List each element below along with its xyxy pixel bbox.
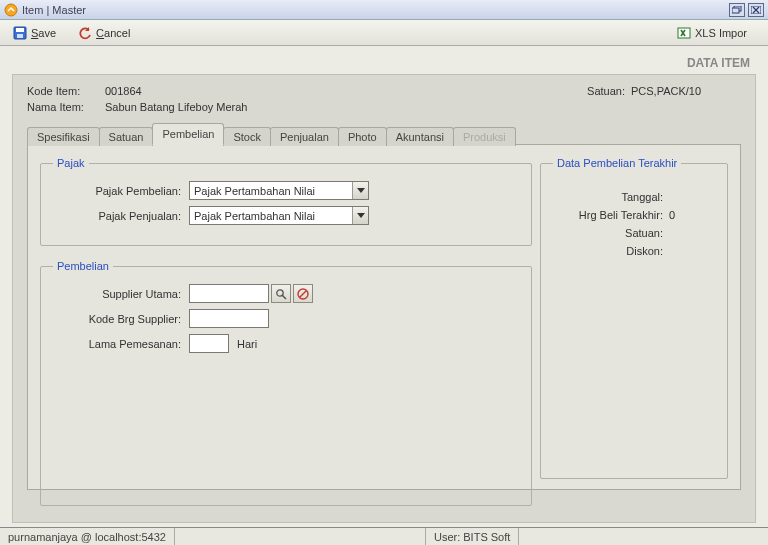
- supplier-utama-input[interactable]: [189, 284, 269, 303]
- status-user: User: BITS Soft: [425, 528, 519, 545]
- hrg-beli-value: 0: [669, 209, 675, 221]
- lama-pemesanan-unit: Hari: [237, 338, 257, 350]
- supplier-clear-button[interactable]: [293, 284, 313, 303]
- tab-spesifikasi[interactable]: Spesifikasi: [27, 127, 100, 146]
- close-icon: [751, 6, 761, 14]
- close-window-button[interactable]: [748, 3, 764, 17]
- nama-item-label: Nama Item:: [27, 101, 105, 113]
- tab-akuntansi[interactable]: Akuntansi: [386, 127, 454, 146]
- excel-icon: [677, 26, 691, 40]
- xls-label: XLS Impor: [695, 27, 747, 39]
- undo-icon: [78, 26, 92, 40]
- tab-body-pembelian: Pajak Pajak Pembelian: Pajak Pertambahan…: [27, 144, 741, 490]
- diskon-label: Diskon:: [553, 245, 663, 257]
- cancel-circle-icon: [297, 288, 309, 300]
- satuan-header-label: Satuan:: [587, 85, 625, 97]
- pajak-legend: Pajak: [53, 157, 89, 169]
- item-header: Kode Item: 001864 Satuan: PCS,PACK/10 Na…: [27, 85, 741, 113]
- last-purchase-group: Data Pembelian Terakhir Tanggal: Hrg Bel…: [540, 157, 728, 479]
- tab-produksi: Produksi: [453, 127, 516, 146]
- pembelian-legend: Pembelian: [53, 260, 113, 272]
- status-connection: purnamanjaya @ localhost:5432: [0, 528, 175, 545]
- supplier-lookup-button[interactable]: [271, 284, 291, 303]
- data-item-banner: DATA ITEM: [12, 56, 750, 70]
- pajak-penjualan-label: Pajak Penjualan:: [53, 210, 181, 222]
- chevron-down-icon: [352, 207, 368, 224]
- svg-point-0: [5, 4, 17, 16]
- svg-rect-2: [732, 8, 739, 13]
- hrg-beli-label: Hrg Beli Terakhir:: [553, 209, 663, 221]
- tab-strip: Spesifikasi Satuan Pembelian Stock Penju…: [27, 123, 741, 145]
- xls-import-button[interactable]: XLS Impor: [670, 23, 754, 43]
- tab-photo[interactable]: Photo: [338, 127, 387, 146]
- kode-brg-supplier-input[interactable]: [189, 309, 269, 328]
- pajak-penjualan-value: Pajak Pertambahan Nilai: [194, 210, 315, 222]
- svg-rect-5: [16, 28, 24, 32]
- satuan-header-value: PCS,PACK/10: [631, 85, 741, 97]
- app-icon: [4, 3, 18, 17]
- status-bar: purnamanjaya @ localhost:5432 User: BITS…: [0, 527, 768, 545]
- svg-rect-7: [678, 28, 690, 38]
- tab-pembelian[interactable]: Pembelian: [152, 123, 224, 145]
- lama-pemesanan-label: Lama Pemesanan:: [53, 338, 181, 350]
- tanggal-label: Tanggal:: [553, 191, 663, 203]
- lama-pemesanan-input[interactable]: [189, 334, 229, 353]
- nama-item-value: Sabun Batang Lifeboy Merah: [105, 101, 248, 113]
- supplier-utama-label: Supplier Utama:: [53, 288, 181, 300]
- svg-rect-6: [17, 34, 23, 38]
- search-icon: [275, 288, 287, 300]
- tab-satuan[interactable]: Satuan: [99, 127, 154, 146]
- content-area: DATA ITEM Kode Item: 001864 Satuan: PCS,…: [0, 46, 768, 527]
- pajak-pembelian-value: Pajak Pertambahan Nilai: [194, 185, 315, 197]
- restore-icon: [732, 6, 742, 14]
- main-panel: Kode Item: 001864 Satuan: PCS,PACK/10 Na…: [12, 74, 756, 523]
- window-title: Item | Master: [22, 4, 726, 16]
- pajak-group: Pajak Pajak Pembelian: Pajak Pertambahan…: [40, 157, 532, 246]
- cancel-label: Cancel: [96, 27, 130, 39]
- satuan-last-label: Satuan:: [553, 227, 663, 239]
- tab-stock[interactable]: Stock: [223, 127, 271, 146]
- svg-point-8: [277, 289, 283, 295]
- kode-item-value: 001864: [105, 85, 142, 97]
- pajak-pembelian-label: Pajak Pembelian:: [53, 185, 181, 197]
- kode-item-label: Kode Item:: [27, 85, 105, 97]
- restore-window-button[interactable]: [729, 3, 745, 17]
- pajak-penjualan-select[interactable]: Pajak Pertambahan Nilai: [189, 206, 369, 225]
- save-icon: [13, 26, 27, 40]
- pembelian-group: Pembelian Supplier Utama: Kode Brg Suppl…: [40, 260, 532, 506]
- save-label: Save: [31, 27, 56, 39]
- kode-brg-supplier-label: Kode Brg Supplier:: [53, 313, 181, 325]
- cancel-button[interactable]: Cancel: [71, 23, 137, 43]
- svg-line-11: [300, 290, 307, 297]
- title-bar: Item | Master: [0, 0, 768, 20]
- svg-line-9: [283, 295, 287, 299]
- last-purchase-legend: Data Pembelian Terakhir: [553, 157, 681, 169]
- tab-penjualan[interactable]: Penjualan: [270, 127, 339, 146]
- pajak-pembelian-select[interactable]: Pajak Pertambahan Nilai: [189, 181, 369, 200]
- toolbar: Save Cancel XLS Impor: [0, 20, 768, 46]
- save-button[interactable]: Save: [6, 23, 63, 43]
- chevron-down-icon: [352, 182, 368, 199]
